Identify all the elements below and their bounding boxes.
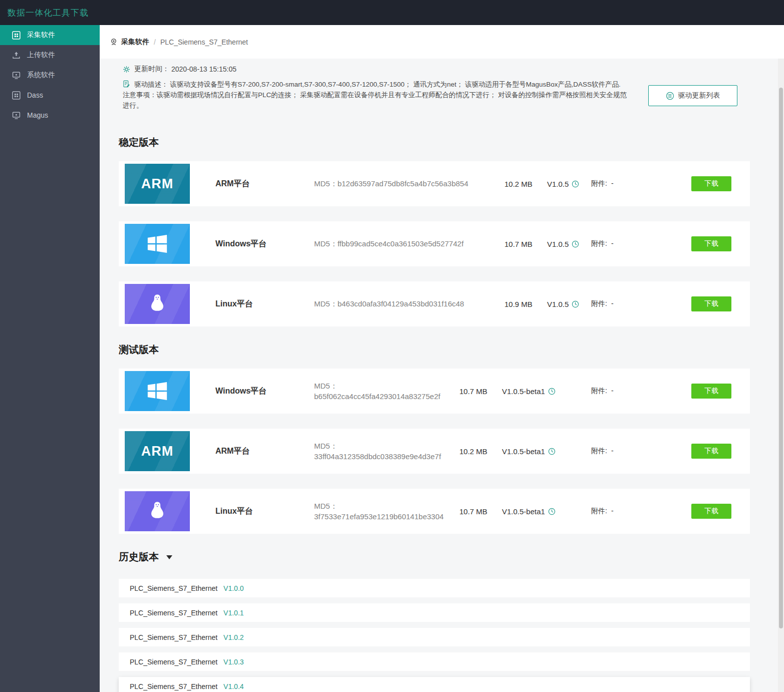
version-value: V1.0.5-beta1 (502, 387, 545, 396)
download-button[interactable]: 下载 (691, 236, 731, 251)
linux-penguin-icon (125, 284, 190, 324)
attachment: 附件:- (591, 179, 666, 188)
attachment-value: - (611, 239, 614, 247)
sidebar-item-upload-software[interactable]: 上传软件 (0, 45, 100, 65)
sidebar-item-system-software[interactable]: 系统软件 (0, 65, 100, 85)
sidebar-item-collect-software[interactable]: 采集软件 (0, 25, 100, 45)
clock-icon (548, 508, 556, 515)
stable-section-title: 稳定版本 (119, 136, 750, 149)
download-button[interactable]: 下载 (691, 504, 731, 519)
history-list: PLC_Siemens_S7_Ethernet V1.0.0 PLC_Sieme… (119, 579, 750, 692)
download-card-linux-stable: Linux平台 MD5：b463cd0afa3f04129a453bd031f1… (119, 281, 750, 326)
attachment: 附件:- (591, 239, 666, 248)
platform-name: ARM平台 (215, 446, 308, 457)
history-item[interactable]: PLC_Siemens_S7_Ethernet V1.0.0 (119, 579, 750, 597)
md5-value: b65f062ca4cc45fa4293014a83275e2f (314, 392, 440, 401)
chevron-down-icon[interactable] (166, 555, 172, 559)
history-item-version[interactable]: V1.0.0 (223, 584, 243, 592)
md5-label: MD5： (314, 239, 338, 248)
attachment-value: - (611, 179, 614, 187)
history-item-version[interactable]: V1.0.1 (223, 609, 243, 617)
windows-logo-icon (125, 371, 190, 411)
version-info: V1.0.5-beta1 (502, 447, 591, 456)
sidebar: 采集软件 上传软件 系统软件 Dass Magus (0, 25, 100, 692)
version-info: V1.0.5 (547, 180, 591, 188)
description-text: 该驱动支持设备型号有S7-200,S7-200-smart,S7-300,S7-… (123, 81, 627, 109)
update-time-label: 更新时间： (134, 65, 169, 74)
history-item-version[interactable]: V1.0.2 (223, 633, 243, 641)
arm-logo: ARM (125, 164, 190, 204)
md5-label: MD5： (314, 502, 338, 510)
update-time-row: 更新时间： 2020-08-13 15:15:05 (123, 64, 750, 75)
download-button[interactable]: 下载 (691, 384, 731, 399)
sidebar-item-label: Magus (27, 111, 48, 119)
sidebar-item-label: Dass (27, 91, 43, 99)
driver-description: 驱动描述： 该驱动支持设备型号有S7-200,S7-200-smart,S7-3… (123, 79, 628, 111)
windows-logo-icon (125, 224, 190, 264)
history-item-version[interactable]: V1.0.3 (223, 658, 243, 666)
file-size: 10.7 MB (459, 507, 502, 516)
scrollbar-track[interactable] (778, 59, 784, 692)
monitor-icon (12, 111, 21, 120)
attachment-label: 附件: (591, 179, 607, 187)
clock-icon (548, 388, 556, 395)
sidebar-item-label: 系统软件 (27, 71, 55, 80)
attachment: 附件:- (591, 299, 666, 308)
attachment-label: 附件: (591, 387, 607, 395)
arm-logo-label: ARM (141, 176, 174, 192)
history-item[interactable]: PLC_Siemens_S7_Ethernet V1.0.3 (119, 652, 750, 671)
platform-name: Windows平台 (215, 239, 308, 249)
sidebar-item-label: 采集软件 (27, 31, 55, 40)
history-item-version[interactable]: V1.0.4 (223, 682, 243, 690)
file-size: 10.7 MB (459, 387, 502, 396)
driver-update-list-button[interactable]: 驱动更新列表 (648, 85, 737, 106)
update-time-value: 2020-08-13 15:15:05 (171, 65, 236, 73)
history-item-name: PLC_Siemens_S7_Ethernet (130, 633, 217, 641)
history-item[interactable]: PLC_Siemens_S7_Ethernet V1.0.1 (119, 603, 750, 622)
attachment: 附件:- (591, 507, 666, 516)
version-value: V1.0.5-beta1 (502, 447, 545, 456)
history-item[interactable]: PLC_Siemens_S7_Ethernet V1.0.4 (119, 677, 750, 692)
file-size: 10.2 MB (504, 180, 547, 188)
document-edit-icon (123, 80, 130, 88)
content-area: 更新时间： 2020-08-13 15:15:05 驱动描述： 该驱动支持设备型… (100, 59, 784, 692)
version-value: V1.0.5 (547, 180, 569, 188)
attachment-label: 附件: (591, 299, 607, 307)
webcam-icon (110, 38, 118, 46)
beta-section-title: 测试版本 (119, 343, 750, 357)
attachment: 附件:- (591, 447, 666, 456)
attachment-value: - (611, 299, 614, 307)
attachment: 附件:- (591, 387, 666, 396)
version-info: V1.0.5-beta1 (502, 507, 591, 516)
app-header: 数据一体化工具下载 (0, 0, 784, 25)
attachment-label: 附件: (591, 507, 607, 515)
history-item[interactable]: PLC_Siemens_S7_Ethernet V1.0.2 (119, 628, 750, 646)
md5-hash: MD5：3f7533e71efa953e1219b60141be3304 (314, 501, 459, 522)
breadcrumb-section[interactable]: 采集软件 (121, 38, 149, 47)
attachment-value: - (611, 387, 614, 395)
arm-logo: ARM (125, 431, 190, 471)
version-info: V1.0.5-beta1 (502, 387, 591, 396)
breadcrumb-separator: / (154, 38, 156, 46)
file-size: 10.7 MB (504, 240, 547, 248)
download-card-windows-beta: Windows平台 MD5：b65f062ca4cc45fa4293014a83… (119, 369, 750, 414)
download-card-linux-beta: Linux平台 MD5：3f7533e71efa953e1219b60141be… (119, 489, 750, 534)
md5-label: MD5： (314, 179, 338, 188)
attachment-label: 附件: (591, 239, 607, 247)
history-item-name: PLC_Siemens_S7_Ethernet (130, 584, 217, 592)
sidebar-item-dass[interactable]: Dass (0, 85, 100, 105)
arm-logo-label: ARM (141, 444, 174, 459)
download-button[interactable]: 下载 (691, 444, 731, 459)
version-info: V1.0.5 (547, 300, 591, 308)
download-button[interactable]: 下载 (691, 296, 731, 311)
driver-update-list-label: 驱动更新列表 (678, 91, 720, 100)
download-button[interactable]: 下载 (691, 176, 731, 191)
sidebar-item-magus[interactable]: Magus (0, 105, 100, 125)
md5-hash: MD5：b12d63597ad75db8fc5a4b7c56a3b854 (314, 179, 504, 189)
history-item-name: PLC_Siemens_S7_Ethernet (130, 609, 217, 617)
sidebar-item-label: 上传软件 (27, 51, 55, 60)
md5-label: MD5： (314, 442, 338, 450)
attachment-value: - (611, 507, 614, 515)
scrollbar-thumb[interactable] (779, 88, 783, 628)
version-value: V1.0.5 (547, 240, 569, 248)
